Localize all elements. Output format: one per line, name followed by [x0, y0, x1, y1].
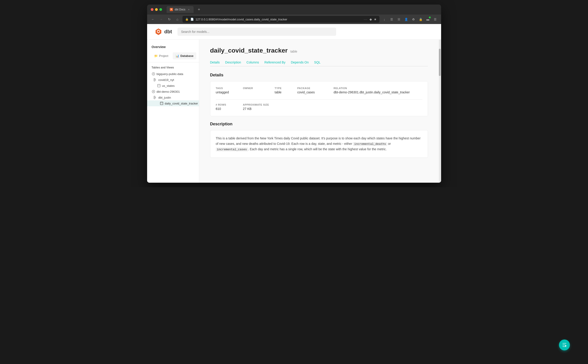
address-bar[interactable]: 🔒 📄 127.0.0.1:8080/#!/model/model.covid_… [183, 16, 379, 23]
tags-item: TAGS untagged [216, 86, 243, 95]
reload-button[interactable]: ↻ [166, 16, 172, 22]
desc-text-3: . Each day and metric has a single row, … [248, 147, 387, 151]
desc-text-2: or [387, 142, 391, 145]
description-card: This is a table derived from the New Yor… [210, 130, 428, 158]
tree-label-dbt-demo: dbt-demo-296301 [157, 90, 180, 93]
lock-icon[interactable]: 🔒 [418, 16, 424, 22]
relation-label: RELATION [334, 87, 422, 90]
sidebar-tab-database[interactable]: 📊 Database [173, 52, 196, 59]
svg-rect-2 [154, 78, 155, 81]
size-value: 27 KB [243, 107, 288, 110]
tags-value: untagged [216, 91, 243, 94]
browser-tab[interactable]: dbt Docs × [167, 6, 194, 13]
svg-point-8 [153, 91, 154, 92]
new-tab-button[interactable]: + [196, 7, 202, 12]
schema-icon-covid19 [153, 78, 157, 82]
forward-button[interactable]: → [158, 16, 164, 22]
size-label: APPROXIMATE SIZE [243, 103, 288, 106]
size-item: APPROXIMATE SIZE 27 KB [243, 103, 288, 111]
tree-label-dbt-justin: dbt_justin [158, 96, 171, 99]
package-label: PACKAGE [297, 87, 334, 90]
tab-sql[interactable]: SQL [314, 59, 320, 66]
sidebar-overview[interactable]: Overview [147, 44, 199, 52]
details-card: TAGS untagged OWNER TYPE table PACKAG [210, 81, 428, 116]
description-text: This is a table derived from the New Yor… [216, 136, 422, 152]
page-icon: 📄 [190, 18, 194, 21]
db-icon-bigquery [152, 72, 155, 76]
tree-item-bigquery[interactable]: bigquery-public-data [147, 71, 199, 77]
db-icon-dbt-demo [152, 90, 155, 93]
bookmarks-icon[interactable]: ☰ [389, 16, 395, 22]
svg-rect-12 [160, 102, 163, 105]
download-icon[interactable]: ↓ [381, 16, 388, 22]
sidebar-tabs: 📁 Project 📊 Database [147, 52, 199, 62]
page-content: dbt Overview 📁 Project 📊 Database [147, 24, 441, 183]
tab-referenced-by[interactable]: Referenced By [265, 59, 286, 66]
dbt-logo[interactable]: dbt [154, 28, 172, 36]
sidebar: Overview 📁 Project 📊 Database Tables and… [147, 40, 199, 183]
profile-icon[interactable]: 👤 [403, 16, 409, 22]
tab-depends-on[interactable]: Depends On [291, 59, 309, 66]
svg-rect-5 [157, 84, 160, 87]
tree-item-us-states[interactable]: us_states [147, 83, 199, 89]
scrollbar-thumb[interactable] [439, 49, 441, 76]
table-icon-us-states [157, 84, 161, 87]
rows-value: 610 [216, 107, 243, 110]
sidebar-section-title: Tables and Views [147, 65, 199, 71]
url-text: 127.0.0.1:8080/#!/model/model.covid_case… [196, 18, 362, 21]
browser-titlebar: dbt Docs × + [147, 5, 441, 14]
database-tab-label: Database [180, 54, 194, 58]
code-incremental-deaths: incremental_deaths [353, 142, 387, 146]
tab-title: dbt Docs [175, 8, 185, 11]
home-button[interactable]: ⌂ [174, 16, 181, 22]
menu-icon[interactable]: ☰ [432, 16, 438, 22]
schema-icon-dbt-justin [153, 96, 157, 99]
rows-item: # ROWS 610 [216, 103, 243, 111]
details-grid-bottom: # ROWS 610 APPROXIMATE SIZE 27 KB [216, 103, 422, 111]
tree-item-dbt-demo[interactable]: dbt-demo-296301 [147, 89, 199, 95]
tree-label-bigquery: bigquery-public-data [157, 72, 183, 76]
type-label: TYPE [275, 87, 297, 90]
relation-value: dbt-demo-296301.dbt_justin.daily_covid_s… [334, 91, 422, 94]
type-value: table [275, 91, 297, 94]
model-name: daily_covid_state_tracker [210, 47, 288, 54]
details-grid-top: TAGS untagged OWNER TYPE table PACKAG [216, 86, 422, 95]
main-layout: Overview 📁 Project 📊 Database Tables and… [147, 40, 441, 183]
database-tab-icon: 📊 [176, 54, 179, 58]
project-tab-icon: 📁 [154, 54, 158, 58]
tab-columns[interactable]: Columns [246, 59, 259, 66]
rows-label: # ROWS [216, 103, 243, 106]
tab-favicon [170, 8, 173, 11]
project-tab-label: Project [159, 54, 168, 58]
description-section-title: Description [210, 122, 428, 126]
search-input[interactable] [177, 28, 336, 36]
owner-item: OWNER [243, 86, 275, 95]
tree-item-dbt-justin[interactable]: dbt_justin [147, 95, 199, 100]
sync-icon[interactable]: ♻ [410, 16, 417, 22]
scrollbar-track[interactable] [439, 40, 441, 183]
fullscreen-traffic-light[interactable] [159, 8, 162, 11]
package-item: PACKAGE covid_cases [297, 86, 334, 95]
model-type-badge: table [290, 50, 297, 53]
page-header: dbt [147, 24, 441, 40]
type-item: TYPE table [275, 86, 297, 95]
traffic-lights [151, 8, 162, 11]
tab-description[interactable]: Description [225, 59, 241, 66]
svg-point-1 [153, 73, 154, 74]
close-traffic-light[interactable] [151, 8, 153, 11]
table-icon-daily-covid [160, 102, 163, 105]
tab-details[interactable]: Details [210, 59, 220, 66]
sidebar-tab-project[interactable]: 📁 Project [150, 52, 173, 59]
toolbar-actions: ↓ ☰ ☵ 👤 ♻ 🔒 ▬ ☰ [381, 16, 438, 22]
tree-item-daily-covid[interactable]: daily_covid_state_tracker [147, 100, 199, 106]
content-area: daily_covid_state_tracker table Details … [199, 40, 439, 183]
details-section-title: Details [210, 73, 428, 78]
minimize-traffic-light[interactable] [155, 8, 158, 11]
tree-item-covid19-nyt[interactable]: covid19_nyt [147, 77, 199, 83]
tab-close-button[interactable]: × [187, 8, 190, 11]
owner-label: OWNER [243, 87, 275, 90]
model-nav-tabs: Details Description Columns Referenced B… [210, 59, 428, 66]
back-button[interactable]: ← [150, 16, 156, 22]
tags-label: TAGS [216, 87, 243, 90]
reader-mode-icon[interactable]: ☵ [396, 16, 402, 22]
